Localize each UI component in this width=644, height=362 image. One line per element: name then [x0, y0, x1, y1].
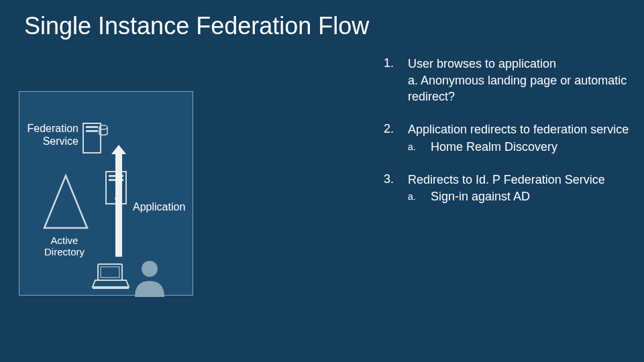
- svg-rect-10: [101, 267, 119, 278]
- label-federation-service: Federation Service: [21, 122, 78, 147]
- step-1: 1. User browses to application a. Anonym…: [384, 56, 632, 105]
- step-text: Application redirects to federation serv…: [408, 122, 632, 137]
- step-sub-text: Home Realm Discovery: [431, 139, 625, 155]
- svg-rect-1: [86, 126, 98, 128]
- svg-marker-8: [44, 176, 87, 228]
- svg-rect-2: [86, 130, 98, 132]
- user-icon: [131, 258, 168, 298]
- step-text: Redirects to Id. P Federation Service: [408, 172, 632, 188]
- server-icon-federation: [82, 119, 109, 154]
- step-3: 3. Redirects to Id. P Federation Service…: [384, 172, 632, 205]
- step-sub-text: Sign-in against AD: [431, 189, 625, 204]
- steps-list: 1. User browses to application a. Anonym…: [384, 56, 632, 223]
- step-sub-letter: a.: [408, 189, 431, 202]
- flow-arrow-up: [115, 153, 122, 257]
- slide-title: Single Instance Federation Flow: [0, 0, 644, 40]
- step-number: 2.: [384, 122, 408, 155]
- step-2: 2. Application redirects to federation s…: [384, 122, 632, 155]
- step-number: 1.: [384, 56, 408, 105]
- label-active-directory: Active Directory: [38, 235, 91, 258]
- step-sub-letter: a.: [408, 139, 431, 153]
- svg-rect-11: [93, 287, 129, 289]
- step-number: 3.: [384, 172, 408, 205]
- step-text: User browses to application: [408, 56, 632, 72]
- svg-point-12: [142, 261, 158, 277]
- label-application: Application: [133, 201, 185, 213]
- active-directory-icon: [42, 173, 90, 232]
- laptop-icon: [91, 261, 130, 291]
- step-subtext: a. Anonymous landing page or automatic r…: [408, 73, 632, 105]
